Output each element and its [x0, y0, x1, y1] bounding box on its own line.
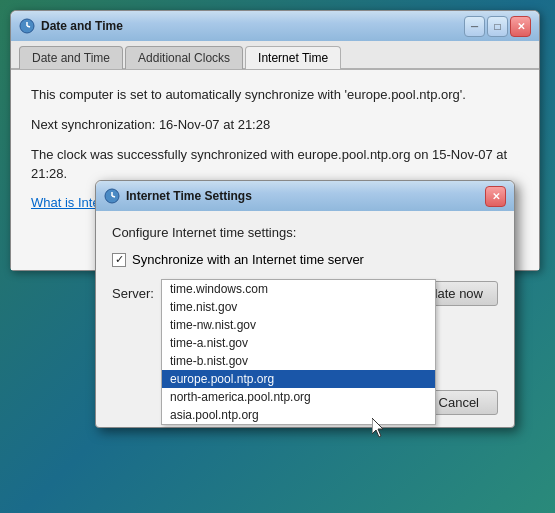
server-label: Server: — [112, 286, 154, 301]
dialog-title-left: Internet Time Settings — [104, 188, 252, 204]
dialog-clock-icon — [104, 188, 120, 204]
dialog-content: Configure Internet time settings: ✓ Sync… — [96, 211, 514, 322]
title-controls: ─ □ ✕ — [464, 16, 531, 37]
sync-checkbox[interactable]: ✓ — [112, 253, 126, 267]
dialog-window: Internet Time Settings ✕ Configure Inter… — [95, 180, 515, 428]
title-bar-left: Date and Time — [19, 18, 123, 34]
sync-info-text: This computer is set to automatically sy… — [31, 86, 519, 104]
dropdown-item-6[interactable]: north-america.pool.ntp.org — [162, 388, 435, 406]
main-window-title: Date and Time — [41, 19, 123, 33]
dropdown-item-2[interactable]: time-nw.nist.gov — [162, 316, 435, 334]
dialog-title-bar: Internet Time Settings ✕ — [96, 181, 514, 211]
dropdown-item-3[interactable]: time-a.nist.gov — [162, 334, 435, 352]
checkbox-row: ✓ Synchronize with an Internet time serv… — [112, 252, 498, 267]
dialog-close-button[interactable]: ✕ — [485, 186, 506, 207]
next-sync-text: Next synchronization: 16-Nov-07 at 21:28 — [31, 116, 519, 134]
close-button[interactable]: ✕ — [510, 16, 531, 37]
tab-bar: Date and Time Additional Clocks Internet… — [11, 41, 539, 70]
clock-icon — [19, 18, 35, 34]
tab-internet-time[interactable]: Internet Time — [245, 46, 341, 69]
sync-success-text: The clock was successfully synchronized … — [31, 146, 519, 182]
dialog-title-controls: ✕ — [485, 186, 506, 207]
svg-line-5 — [112, 196, 115, 197]
checkmark-icon: ✓ — [115, 253, 124, 266]
tab-additional-clocks[interactable]: Additional Clocks — [125, 46, 243, 69]
dropdown-item-4[interactable]: time-b.nist.gov — [162, 352, 435, 370]
config-label: Configure Internet time settings: — [112, 225, 498, 240]
dropdown-item-1[interactable]: time.nist.gov — [162, 298, 435, 316]
dialog-title: Internet Time Settings — [126, 189, 252, 203]
sync-checkbox-label: Synchronize with an Internet time server — [132, 252, 364, 267]
dropdown-item-7[interactable]: asia.pool.ntp.org — [162, 406, 435, 424]
svg-line-2 — [27, 26, 30, 27]
tab-date-and-time[interactable]: Date and Time — [19, 46, 123, 69]
maximize-button[interactable]: □ — [487, 16, 508, 37]
main-title-bar: Date and Time ─ □ ✕ — [11, 11, 539, 41]
server-dropdown-list: time.windows.com time.nist.gov time-nw.n… — [161, 279, 436, 425]
dropdown-item-0[interactable]: time.windows.com — [162, 280, 435, 298]
dropdown-item-5[interactable]: europe.pool.ntp.org — [162, 370, 435, 388]
minimize-button[interactable]: ─ — [464, 16, 485, 37]
